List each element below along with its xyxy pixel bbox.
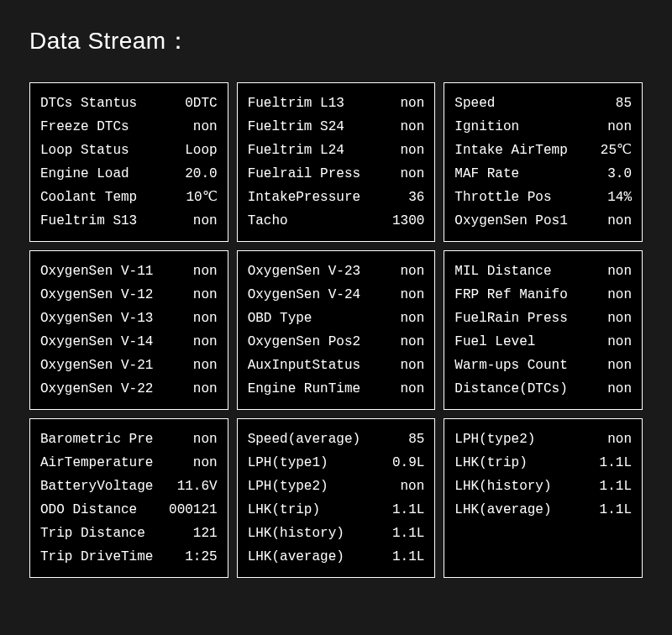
data-row-label: BatteryVoltage [40, 475, 176, 498]
data-row-value: non [590, 330, 632, 354]
data-row-value: non [590, 115, 632, 139]
data-row-value: 20.0 [176, 162, 218, 186]
page-title: Data Stream： [29, 25, 647, 57]
data-row-value: 1.1L [382, 498, 424, 522]
data-row-label: Coolant Temp [40, 186, 176, 209]
data-row: LHK(average)1.1L [454, 498, 632, 522]
data-row: FuelRain Pressnon [454, 307, 632, 330]
data-row: LHK(history)1.1L [248, 522, 425, 545]
data-row-value: non [382, 354, 424, 377]
data-row-value: 25℃ [590, 139, 632, 162]
data-row: Trip DriveTime1:25 [40, 545, 218, 569]
data-row-label: Engine Load [40, 162, 176, 186]
data-row: OxygenSen V-22non [40, 377, 218, 401]
data-row: LPH(type1)0.9L [248, 451, 425, 475]
data-row-value: 1.1L [590, 451, 632, 475]
data-row: DTCs Stantus0DTC [40, 92, 218, 115]
data-row-value: 1.1L [382, 545, 424, 569]
data-row-value: 36 [382, 186, 424, 209]
data-row-value: 3.0 [590, 162, 632, 186]
data-panel: DTCs Stantus0DTCFreeze DTCsnonLoop Statu… [29, 82, 228, 242]
data-row: LHK(average)1.1L [248, 545, 425, 569]
data-row: LPH(type2)non [248, 475, 425, 498]
data-row: OxygenSen V-14non [40, 330, 218, 354]
data-row-label: ODO Distance [40, 498, 169, 522]
data-panel: Fueltrim L13nonFueltrim S24nonFueltrim L… [237, 82, 436, 242]
data-row-value: non [176, 428, 218, 451]
data-row-label: LPH(type2) [248, 475, 383, 498]
data-panel: Barometric PrenonAirTemperaturenonBatter… [29, 418, 228, 578]
data-row-label: Engine RunTime [248, 377, 383, 401]
data-row: Intake AirTemp25℃ [454, 139, 632, 162]
data-row-value: non [176, 330, 218, 354]
data-row-value: non [382, 475, 424, 498]
data-row-value: non [590, 428, 632, 451]
data-row-value: non [590, 354, 632, 377]
data-row: OxygenSen V-24non [248, 283, 425, 307]
data-row-value: non [382, 92, 424, 115]
data-row-value: 000121 [169, 498, 218, 522]
data-row-label: LPH(type1) [248, 451, 383, 475]
data-row-value: non [590, 260, 632, 283]
data-row-value: non [382, 115, 424, 139]
data-row-label: OxygenSen Pos2 [248, 330, 383, 354]
data-row-label: Fueltrim L24 [248, 139, 383, 162]
data-row-value: non [176, 209, 218, 233]
data-row-label: MIL Distance [454, 260, 590, 283]
data-row-label: Fuelrail Press [248, 162, 383, 186]
data-row: Loop StatusLoop [40, 139, 218, 162]
data-row-value: non [382, 283, 424, 307]
data-row-label: OxygenSen Pos1 [454, 209, 590, 233]
data-row-label: Fueltrim S24 [248, 115, 383, 139]
data-row: AuxInputStatusnon [248, 354, 425, 377]
data-row-value: 0.9L [382, 451, 424, 475]
data-row-label: OxygenSen V-11 [40, 260, 176, 283]
data-row-label: Distance(DTCs) [454, 377, 590, 401]
data-row: Engine RunTimenon [248, 377, 425, 401]
data-row-value: 14% [590, 186, 632, 209]
data-row: Speed85 [454, 92, 632, 115]
data-row-label: OxygenSen V-22 [40, 377, 176, 401]
data-row-label: Fuel Level [454, 330, 590, 354]
data-row-value: non [176, 115, 218, 139]
data-row-value: 0DTC [176, 92, 218, 115]
data-row: MIL Distancenon [454, 260, 632, 283]
data-row: Coolant Temp10℃ [40, 186, 218, 209]
data-row-value: non [176, 307, 218, 330]
data-row-label: Loop Status [40, 139, 176, 162]
data-row-label: DTCs Stantus [40, 92, 176, 115]
data-panel: MIL DistancenonFRP Ref ManifononFuelRain… [444, 250, 643, 410]
data-row: OxygenSen Pos2non [248, 330, 425, 354]
data-row: BatteryVoltage11.6V [40, 475, 218, 498]
data-row-label: LHK(average) [454, 498, 590, 522]
data-row-value: non [590, 307, 632, 330]
data-row-value: 1:25 [176, 545, 218, 569]
data-row-value: non [176, 451, 218, 475]
data-row: OxygenSen V-23non [248, 260, 425, 283]
data-row-label: OxygenSen V-12 [40, 283, 176, 307]
data-row-label: OxygenSen V-24 [248, 283, 383, 307]
data-row-label: AuxInputStatus [248, 354, 383, 377]
data-row: Fueltrim S13non [40, 209, 218, 233]
data-row: Warm-ups Countnon [454, 354, 632, 377]
data-row: OxygenSen V-12non [40, 283, 218, 307]
data-row: LHK(trip)1.1L [454, 451, 632, 475]
data-row-value: 85 [382, 428, 424, 451]
data-row-value: non [382, 330, 424, 354]
data-row: OxygenSen V-21non [40, 354, 218, 377]
data-panel: OxygenSen V-23nonOxygenSen V-24nonOBD Ty… [237, 250, 436, 410]
data-row-value: non [176, 354, 218, 377]
data-row-value: non [590, 377, 632, 401]
data-row-label: OBD Type [248, 307, 383, 330]
data-row: Distance(DTCs)non [454, 377, 632, 401]
data-row-value: non [590, 283, 632, 307]
data-panel: Speed(average)85LPH(type1)0.9LLPH(type2)… [237, 418, 436, 578]
data-row-label: MAF Rate [454, 162, 590, 186]
data-row-label: Fueltrim L13 [248, 92, 383, 115]
data-row-value: non [590, 209, 632, 233]
data-row-value: non [176, 260, 218, 283]
data-row: ODO Distance000121 [40, 498, 218, 522]
data-row-label: AirTemperature [40, 451, 176, 475]
data-row-value: non [382, 162, 424, 186]
data-row: OBD Typenon [248, 307, 425, 330]
